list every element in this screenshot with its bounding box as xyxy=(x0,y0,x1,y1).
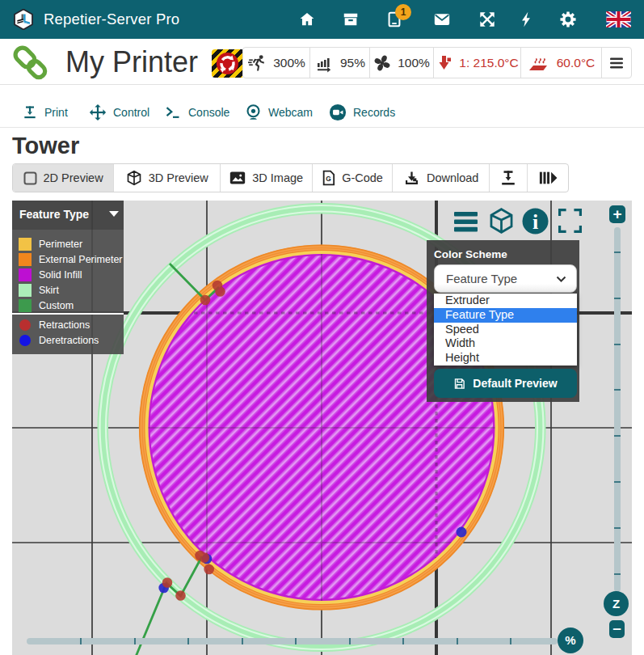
svg-text:G: G xyxy=(326,175,330,183)
svg-text:i: i xyxy=(532,210,538,234)
